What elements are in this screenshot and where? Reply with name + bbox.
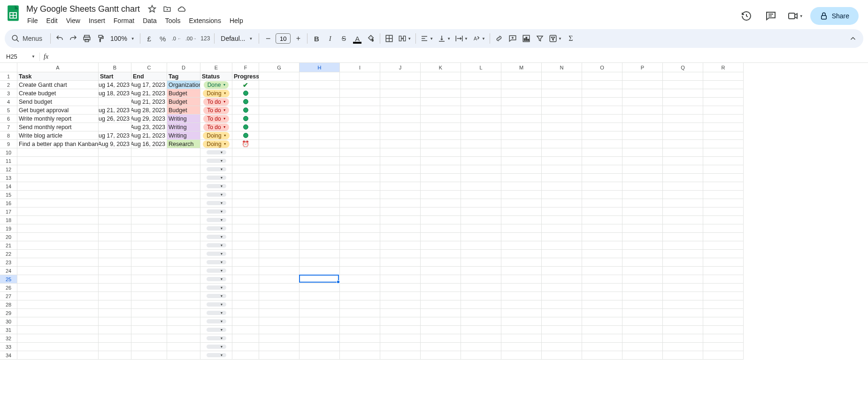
increase-decimal-button[interactable]: .00→	[184, 32, 198, 45]
cell[interactable]	[622, 241, 663, 250]
cell[interactable]	[622, 275, 663, 284]
status-chip-empty[interactable]: ▼	[207, 294, 226, 298]
functions-button[interactable]: Σ	[564, 32, 577, 45]
cell[interactable]	[232, 326, 259, 334]
cell[interactable]: Start	[99, 72, 131, 81]
cell[interactable]: Get buget approval	[17, 106, 99, 115]
cell[interactable]: Send budget	[17, 98, 99, 106]
cell[interactable]: ▼	[200, 343, 232, 351]
row-header-14[interactable]: 14	[0, 182, 17, 191]
cell[interactable]	[663, 174, 703, 182]
cell[interactable]	[582, 131, 622, 140]
cell[interactable]	[501, 199, 542, 208]
cell[interactable]: Write monthly report	[17, 115, 99, 123]
cell[interactable]	[259, 148, 300, 157]
cell[interactable]	[259, 326, 300, 334]
row-header-28[interactable]: 28	[0, 300, 17, 309]
cell[interactable]	[259, 182, 300, 191]
cell[interactable]	[663, 131, 703, 140]
cell[interactable]	[461, 191, 501, 199]
cell[interactable]	[340, 165, 380, 174]
cell[interactable]	[542, 191, 582, 199]
cell[interactable]	[421, 250, 461, 258]
cell[interactable]	[501, 224, 542, 233]
cell[interactable]	[167, 191, 200, 199]
cell[interactable]	[340, 267, 380, 275]
status-chip-empty[interactable]: ▼	[207, 353, 226, 357]
cell[interactable]	[99, 233, 131, 241]
redo-button[interactable]	[67, 32, 80, 45]
cell[interactable]	[461, 165, 501, 174]
cell[interactable]	[259, 300, 300, 309]
cell[interactable]	[663, 123, 703, 131]
cell[interactable]	[167, 284, 200, 292]
cell[interactable]	[232, 224, 259, 233]
cell[interactable]	[131, 148, 167, 157]
cell[interactable]	[17, 174, 99, 182]
row-header-22[interactable]: 22	[0, 250, 17, 258]
cell[interactable]	[99, 191, 131, 199]
cell[interactable]	[17, 208, 99, 216]
cell[interactable]	[340, 317, 380, 326]
cell[interactable]	[582, 284, 622, 292]
cell[interactable]	[232, 351, 259, 360]
cell[interactable]	[232, 284, 259, 292]
cell[interactable]	[421, 208, 461, 216]
cell[interactable]	[167, 148, 200, 157]
cell[interactable]: ▼	[200, 309, 232, 317]
cell[interactable]	[340, 182, 380, 191]
cell[interactable]	[501, 334, 542, 343]
cell[interactable]	[167, 292, 200, 300]
cell[interactable]	[703, 233, 744, 241]
cell[interactable]	[232, 131, 259, 140]
font-size-input[interactable]	[276, 33, 291, 44]
cell[interactable]	[622, 106, 663, 115]
cell[interactable]	[167, 216, 200, 224]
cell[interactable]	[340, 224, 380, 233]
undo-button[interactable]	[53, 32, 66, 45]
cell[interactable]: ▼	[200, 250, 232, 258]
cell[interactable]	[703, 208, 744, 216]
cell[interactable]	[259, 241, 300, 250]
status-chip-empty[interactable]: ▼	[207, 150, 226, 154]
cell[interactable]	[17, 157, 99, 165]
cell[interactable]	[167, 334, 200, 343]
cell[interactable]	[167, 267, 200, 275]
cell[interactable]: Progress	[232, 72, 259, 81]
cell[interactable]	[380, 106, 421, 115]
cell[interactable]	[622, 174, 663, 182]
cell[interactable]: ⏰	[232, 140, 259, 148]
cell[interactable]	[340, 208, 380, 216]
cell[interactable]	[300, 72, 340, 81]
cell[interactable]	[167, 233, 200, 241]
cell[interactable]	[380, 182, 421, 191]
merge-button[interactable]: ▼	[396, 32, 413, 45]
meet-icon[interactable]: ▼	[786, 7, 805, 25]
cell[interactable]	[17, 334, 99, 343]
cell[interactable]	[167, 343, 200, 351]
cell[interactable]	[232, 123, 259, 131]
cell[interactable]: ▼	[200, 182, 232, 191]
cell[interactable]	[461, 216, 501, 224]
cell[interactable]	[99, 351, 131, 360]
share-button[interactable]: Share	[810, 7, 859, 25]
cell[interactable]	[17, 182, 99, 191]
cell[interactable]	[542, 148, 582, 157]
cell[interactable]	[131, 191, 167, 199]
cell[interactable]	[663, 250, 703, 258]
cell[interactable]	[663, 208, 703, 216]
cell[interactable]	[582, 300, 622, 309]
cell[interactable]	[501, 165, 542, 174]
cell[interactable]	[232, 317, 259, 326]
cell[interactable]	[340, 123, 380, 131]
cell[interactable]	[17, 199, 99, 208]
cell[interactable]: ▼	[200, 157, 232, 165]
cell[interactable]	[259, 258, 300, 267]
cell[interactable]	[300, 216, 340, 224]
cell[interactable]	[582, 123, 622, 131]
cell[interactable]	[703, 89, 744, 98]
cell[interactable]	[99, 241, 131, 250]
col-header-E[interactable]: E	[200, 63, 232, 72]
cell[interactable]	[703, 224, 744, 233]
cell[interactable]	[300, 250, 340, 258]
